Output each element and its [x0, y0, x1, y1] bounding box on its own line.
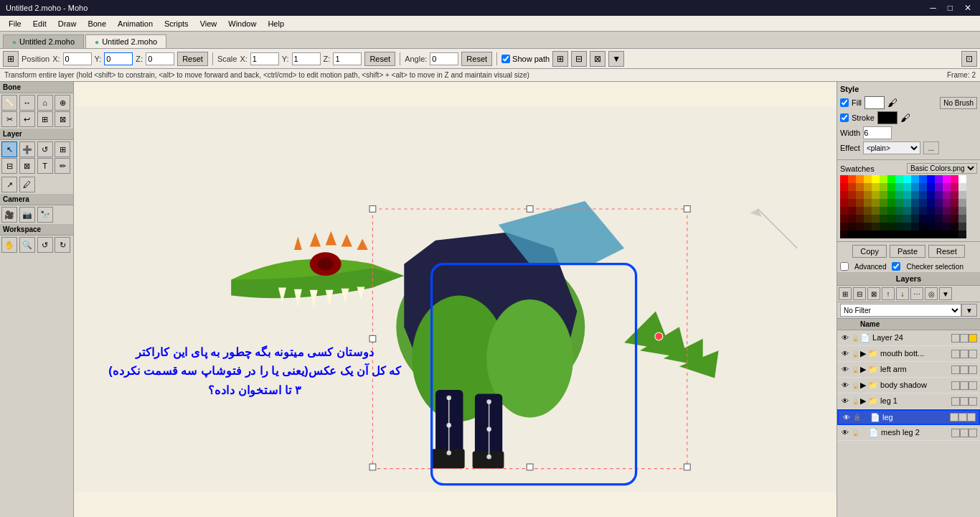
layer-row-0[interactable]: 👁🔒📄 Layer 24 [837, 330, 980, 346]
workspace-tool-hand[interactable]: ✋ [1, 237, 17, 253]
y-input[interactable] [104, 52, 133, 65]
color-swatch-114[interactable] [856, 230, 864, 238]
layer-vis1-6[interactable] [951, 429, 960, 437]
reset-style-button[interactable]: Reset [928, 245, 965, 258]
color-swatch-37[interactable] [880, 191, 887, 199]
menu-help[interactable]: Help [262, 18, 290, 29]
color-swatch-61[interactable] [943, 199, 951, 207]
menu-view[interactable]: View [194, 18, 223, 29]
sx-input[interactable] [250, 52, 279, 65]
layer-lock-4[interactable]: 🔒 [850, 396, 860, 406]
color-swatch-125[interactable] [943, 230, 951, 238]
color-swatch-28[interactable] [935, 183, 943, 191]
layers-tool-6[interactable]: ⋯ [910, 287, 923, 300]
reset-angle-button[interactable]: Reset [461, 52, 492, 66]
layer-color-6[interactable] [969, 429, 977, 437]
color-swatch-109[interactable] [943, 223, 951, 230]
color-swatch-70[interactable] [887, 207, 895, 215]
color-swatch-8[interactable] [903, 175, 911, 183]
layers-tool-7[interactable]: ◎ [925, 287, 938, 300]
color-swatch-42[interactable] [919, 191, 927, 199]
color-swatch-13[interactable] [943, 175, 951, 183]
workspace-tool-zoom[interactable]: 🔍 [19, 237, 35, 253]
color-swatch-52[interactable] [872, 199, 880, 207]
color-swatch-38[interactable] [887, 191, 895, 199]
color-swatch-104[interactable] [903, 223, 911, 230]
color-swatch-126[interactable] [951, 230, 958, 238]
color-swatch-105[interactable] [911, 223, 919, 230]
show-path-check[interactable]: Show path [501, 55, 550, 63]
color-swatch-101[interactable] [880, 223, 887, 230]
color-swatch-27[interactable] [927, 183, 935, 191]
color-swatch-24[interactable] [903, 183, 911, 191]
color-swatch-122[interactable] [919, 230, 927, 238]
menu-edit[interactable]: Edit [27, 18, 52, 29]
minimize-button[interactable]: ─ [927, 3, 939, 13]
color-swatch-123[interactable] [927, 230, 935, 238]
bone-tool-2[interactable]: ↔ [19, 95, 35, 111]
color-swatch-112[interactable] [840, 230, 848, 238]
menu-animation[interactable]: Animation [112, 18, 159, 29]
workspace-tool-undo[interactable]: ↺ [37, 237, 53, 253]
layer-color-3[interactable] [969, 381, 977, 390]
bone-tool-1[interactable]: 🦴 [1, 95, 17, 111]
toolbar-copy-icon[interactable]: ⊞ [552, 51, 568, 67]
stroke-paint-icon[interactable]: 🖌 [900, 112, 910, 124]
color-swatch-68[interactable] [872, 207, 880, 215]
color-swatch-100[interactable] [872, 223, 880, 230]
color-swatch-48[interactable] [840, 199, 848, 207]
layer-vis1-5[interactable] [950, 413, 958, 421]
color-swatch-77[interactable] [943, 207, 951, 215]
color-swatch-88[interactable] [903, 215, 911, 223]
layer-color-4[interactable] [969, 397, 977, 406]
color-swatch-11[interactable] [927, 175, 935, 183]
color-swatch-64[interactable] [840, 207, 848, 215]
layer-eye-3[interactable]: 👁 [840, 381, 850, 391]
color-swatch-26[interactable] [919, 183, 927, 191]
color-swatch-56[interactable] [903, 199, 911, 207]
color-swatch-80[interactable] [840, 215, 848, 223]
x-input[interactable] [63, 52, 92, 65]
tab-untitled2[interactable]: ● Untitled 2.moho [85, 34, 166, 48]
layers-tool-8[interactable]: ▼ [939, 287, 952, 300]
bone-tool-5[interactable]: ✂ [1, 111, 17, 127]
layer-vis1-3[interactable] [951, 381, 960, 390]
layer-tool-grid[interactable]: ⊞ [55, 141, 70, 157]
advanced-checkbox[interactable] [840, 262, 849, 271]
filter-dropdown-button[interactable]: ▼ [961, 304, 977, 317]
layer-vis2-5[interactable] [958, 413, 967, 421]
maximize-button[interactable]: □ [945, 3, 956, 13]
color-swatch-69[interactable] [880, 207, 887, 215]
color-swatch-40[interactable] [903, 191, 911, 199]
color-swatch-32[interactable] [840, 191, 848, 199]
layers-tool-1[interactable]: ⊞ [839, 287, 852, 300]
show-path-checkbox[interactable] [501, 55, 510, 63]
color-swatch-51[interactable] [864, 199, 872, 207]
layers-tool-3[interactable]: ⊠ [867, 287, 880, 300]
menu-window[interactable]: Window [222, 18, 262, 29]
color-swatch-50[interactable] [856, 199, 864, 207]
color-swatch-63[interactable] [958, 199, 966, 207]
color-swatch-5[interactable] [880, 175, 887, 183]
z-input[interactable] [146, 52, 174, 65]
color-swatch-82[interactable] [856, 215, 864, 223]
color-swatch-20[interactable] [872, 183, 880, 191]
toolbar-paste-icon[interactable]: ⊟ [571, 51, 587, 67]
color-swatch-47[interactable] [958, 191, 966, 199]
layer-eye-4[interactable]: 👁 [840, 396, 850, 406]
color-swatch-119[interactable] [895, 230, 903, 238]
layer-lock-5[interactable]: 🔒 [852, 412, 862, 422]
color-swatch-93[interactable] [943, 215, 951, 223]
color-swatch-14[interactable] [951, 175, 958, 183]
color-swatch-55[interactable] [895, 199, 903, 207]
stroke-checkbox[interactable] [840, 113, 849, 122]
color-swatch-35[interactable] [864, 191, 872, 199]
color-swatch-39[interactable] [895, 191, 903, 199]
layer-vis2-4[interactable] [960, 397, 969, 406]
color-swatch-83[interactable] [864, 215, 872, 223]
color-swatch-76[interactable] [935, 207, 943, 215]
layer-color-2[interactable] [969, 365, 977, 374]
layer-eye-6[interactable]: 👁 [840, 428, 850, 438]
color-swatch-67[interactable] [864, 207, 872, 215]
layers-tool-4[interactable]: ↑ [882, 287, 895, 300]
